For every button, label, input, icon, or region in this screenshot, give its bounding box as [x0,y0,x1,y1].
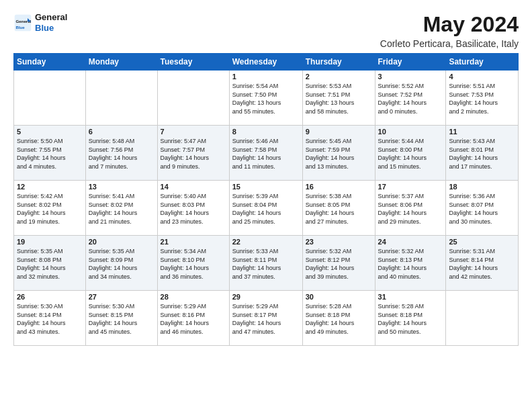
table-row [85,71,157,126]
table-row: 24Sunrise: 5:32 AM Sunset: 8:13 PM Dayli… [375,236,446,291]
day-number: 31 [378,293,443,301]
day-info: Sunrise: 5:43 AM Sunset: 8:01 PM Dayligh… [449,137,515,171]
day-info: Sunrise: 5:51 AM Sunset: 7:53 PM Dayligh… [449,82,515,116]
calendar-week-row: 5Sunrise: 5:50 AM Sunset: 7:55 PM Daylig… [14,126,519,181]
day-number: 11 [449,128,515,136]
day-info: Sunrise: 5:37 AM Sunset: 8:06 PM Dayligh… [378,192,443,226]
day-number: 5 [17,128,83,136]
day-info: Sunrise: 5:42 AM Sunset: 8:02 PM Dayligh… [17,192,83,226]
table-row: 3Sunrise: 5:52 AM Sunset: 7:52 PM Daylig… [375,71,446,126]
day-number: 26 [17,293,83,301]
table-row: 28Sunrise: 5:29 AM Sunset: 8:16 PM Dayli… [157,291,229,346]
col-sunday: Sunday [14,54,86,71]
day-number: 19 [17,238,83,246]
calendar-week-row: 12Sunrise: 5:42 AM Sunset: 8:02 PM Dayli… [14,181,519,236]
table-row: 16Sunrise: 5:38 AM Sunset: 8:05 PM Dayli… [302,181,375,236]
day-info: Sunrise: 5:35 AM Sunset: 8:08 PM Dayligh… [17,247,83,281]
day-info: Sunrise: 5:48 AM Sunset: 7:56 PM Dayligh… [89,137,154,171]
day-number: 29 [232,293,300,301]
logo: General Blue General Blue [13,12,67,33]
day-info: Sunrise: 5:47 AM Sunset: 7:57 PM Dayligh… [161,137,226,171]
table-row: 22Sunrise: 5:33 AM Sunset: 8:11 PM Dayli… [229,236,302,291]
table-row: 18Sunrise: 5:36 AM Sunset: 8:07 PM Dayli… [446,181,519,236]
day-info: Sunrise: 5:50 AM Sunset: 7:55 PM Dayligh… [17,137,83,171]
day-info: Sunrise: 5:40 AM Sunset: 8:03 PM Dayligh… [161,192,226,226]
day-info: Sunrise: 5:29 AM Sunset: 8:17 PM Dayligh… [232,302,300,336]
table-row: 31Sunrise: 5:28 AM Sunset: 8:18 PM Dayli… [375,291,446,346]
title-block: May 2024 Corleto Perticara, Basilicate, … [380,12,519,49]
calendar-week-row: 1Sunrise: 5:54 AM Sunset: 7:50 PM Daylig… [14,71,519,126]
logo-line2: Blue [35,23,67,34]
day-info: Sunrise: 5:31 AM Sunset: 8:14 PM Dayligh… [449,247,515,281]
table-row: 23Sunrise: 5:32 AM Sunset: 8:12 PM Dayli… [302,236,375,291]
table-row: 17Sunrise: 5:37 AM Sunset: 8:06 PM Dayli… [375,181,446,236]
day-number: 2 [306,73,372,81]
table-row: 25Sunrise: 5:31 AM Sunset: 8:14 PM Dayli… [446,236,519,291]
col-saturday: Saturday [446,54,519,71]
table-row: 4Sunrise: 5:51 AM Sunset: 7:53 PM Daylig… [446,71,519,126]
day-number: 9 [306,128,372,136]
day-info: Sunrise: 5:34 AM Sunset: 8:10 PM Dayligh… [161,247,226,281]
day-number: 21 [161,238,226,246]
day-info: Sunrise: 5:36 AM Sunset: 8:07 PM Dayligh… [449,192,515,226]
day-info: Sunrise: 5:29 AM Sunset: 8:16 PM Dayligh… [161,302,226,336]
day-number: 6 [89,128,154,136]
day-number: 20 [89,238,154,246]
day-info: Sunrise: 5:52 AM Sunset: 7:52 PM Dayligh… [378,82,443,116]
calendar-table: Sunday Monday Tuesday Wednesday Thursday… [13,53,519,346]
day-info: Sunrise: 5:39 AM Sunset: 8:04 PM Dayligh… [232,192,300,226]
day-number: 27 [89,293,154,301]
table-row: 21Sunrise: 5:34 AM Sunset: 8:10 PM Dayli… [157,236,229,291]
day-number: 16 [306,183,372,191]
table-row: 5Sunrise: 5:50 AM Sunset: 7:55 PM Daylig… [14,126,86,181]
table-row [446,291,519,346]
logo-text: General Blue [35,12,67,33]
day-number: 18 [449,183,515,191]
table-row: 14Sunrise: 5:40 AM Sunset: 8:03 PM Dayli… [157,181,229,236]
calendar-week-row: 19Sunrise: 5:35 AM Sunset: 8:08 PM Dayli… [14,236,519,291]
day-info: Sunrise: 5:32 AM Sunset: 8:12 PM Dayligh… [306,247,372,281]
subtitle: Corleto Perticara, Basilicate, Italy [380,38,519,49]
day-number: 13 [89,183,154,191]
day-info: Sunrise: 5:46 AM Sunset: 7:58 PM Dayligh… [232,137,300,171]
day-info: Sunrise: 5:28 AM Sunset: 8:18 PM Dayligh… [378,302,443,336]
table-row: 30Sunrise: 5:28 AM Sunset: 8:18 PM Dayli… [302,291,375,346]
table-row: 20Sunrise: 5:35 AM Sunset: 8:09 PM Dayli… [85,236,157,291]
col-monday: Monday [85,54,157,71]
day-number: 12 [17,183,83,191]
day-number: 4 [449,73,515,81]
table-row: 7Sunrise: 5:47 AM Sunset: 7:57 PM Daylig… [157,126,229,181]
table-row: 13Sunrise: 5:41 AM Sunset: 8:02 PM Dayli… [85,181,157,236]
table-row: 1Sunrise: 5:54 AM Sunset: 7:50 PM Daylig… [229,71,302,126]
day-number: 3 [378,73,443,81]
calendar-header-row: Sunday Monday Tuesday Wednesday Thursday… [14,54,519,71]
col-wednesday: Wednesday [229,54,302,71]
table-row: 15Sunrise: 5:39 AM Sunset: 8:04 PM Dayli… [229,181,302,236]
svg-text:Blue: Blue [16,24,26,29]
col-friday: Friday [375,54,446,71]
table-row [14,71,86,126]
day-number: 24 [378,238,443,246]
day-info: Sunrise: 5:33 AM Sunset: 8:11 PM Dayligh… [232,247,300,281]
day-info: Sunrise: 5:30 AM Sunset: 8:15 PM Dayligh… [89,302,154,336]
header: General Blue General Blue May 2024 Corle… [13,12,519,49]
day-info: Sunrise: 5:35 AM Sunset: 8:09 PM Dayligh… [89,247,154,281]
day-info: Sunrise: 5:53 AM Sunset: 7:51 PM Dayligh… [306,82,372,116]
logo-line1: General [35,12,67,23]
table-row [157,71,229,126]
day-number: 30 [306,293,372,301]
table-row: 10Sunrise: 5:44 AM Sunset: 8:00 PM Dayli… [375,126,446,181]
main-title: May 2024 [380,12,519,37]
table-row: 8Sunrise: 5:46 AM Sunset: 7:58 PM Daylig… [229,126,302,181]
col-tuesday: Tuesday [157,54,229,71]
day-number: 1 [232,73,300,81]
day-number: 25 [449,238,515,246]
day-info: Sunrise: 5:32 AM Sunset: 8:13 PM Dayligh… [378,247,443,281]
day-number: 17 [378,183,443,191]
table-row: 9Sunrise: 5:45 AM Sunset: 7:59 PM Daylig… [302,126,375,181]
table-row: 29Sunrise: 5:29 AM Sunset: 8:17 PM Dayli… [229,291,302,346]
table-row: 19Sunrise: 5:35 AM Sunset: 8:08 PM Dayli… [14,236,86,291]
day-info: Sunrise: 5:45 AM Sunset: 7:59 PM Dayligh… [306,137,372,171]
day-number: 8 [232,128,300,136]
day-number: 28 [161,293,226,301]
